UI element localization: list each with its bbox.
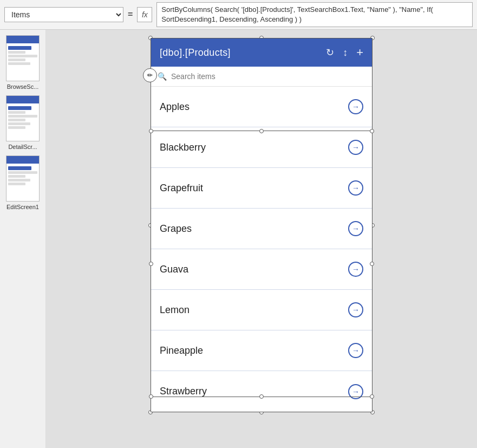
edit-thumb xyxy=(6,155,40,202)
item-name-lemon: Lemon xyxy=(160,304,190,316)
app-wrapper: ✏ [dbo].[Products] ↻ ↕ + 🔍 xyxy=(151,38,373,412)
refresh-icon[interactable]: ↻ xyxy=(326,47,334,59)
arrow-icon-strawberry: → xyxy=(352,387,360,396)
app-title: [dbo].[Products] xyxy=(160,47,231,59)
arrow-button-grapes[interactable]: → xyxy=(348,221,363,236)
formula-bar[interactable]: SortByColumns( Search( '[dbo].[Products]… xyxy=(156,2,473,27)
arrow-button-lemon[interactable]: → xyxy=(348,302,363,317)
list-item[interactable]: Strawberry → xyxy=(151,371,372,412)
item-name-grapes: Grapes xyxy=(160,223,192,235)
header-icons: ↻ ↕ + xyxy=(326,46,363,60)
arrow-button-guava[interactable]: → xyxy=(348,262,363,277)
arrow-button-blackberry[interactable]: → xyxy=(348,140,363,155)
detail-thumb xyxy=(6,95,40,141)
app-header: [dbo].[Products] ↻ ↕ + xyxy=(151,38,372,67)
item-name-blackberry: Blackberry xyxy=(160,142,206,153)
canvas: ✏ [dbo].[Products] ↻ ↕ + 🔍 xyxy=(46,30,477,448)
list-item[interactable]: Blackberry → xyxy=(151,127,372,168)
item-name-grapefruit: Grapefruit xyxy=(160,183,203,194)
arrow-icon-guava: → xyxy=(352,265,360,274)
arrow-icon-grapes: → xyxy=(352,224,360,233)
list-item[interactable]: Grapefruit → xyxy=(151,168,372,209)
items-dropdown[interactable]: Items xyxy=(4,7,123,22)
detail-label: DetailScr... xyxy=(8,144,37,150)
sidebar-item-detail[interactable]: DetailScr... xyxy=(3,95,42,150)
add-icon[interactable]: + xyxy=(356,46,363,60)
list-item[interactable]: Pineapple → xyxy=(151,330,372,371)
item-name-strawberry: Strawberry xyxy=(160,386,207,397)
arrow-button-strawberry[interactable]: → xyxy=(348,384,363,399)
edit-label: EditScreen1 xyxy=(6,204,39,210)
sidebar: BrowseSc... DetailScr... xyxy=(0,30,46,448)
arrow-button-apples[interactable]: → xyxy=(348,99,363,114)
sidebar-item-browse[interactable]: BrowseSc... xyxy=(3,35,42,90)
search-bar: 🔍 xyxy=(151,67,372,87)
list-item[interactable]: Lemon → xyxy=(151,290,372,330)
list-item[interactable]: Guava → xyxy=(151,249,372,290)
arrow-button-pineapple[interactable]: → xyxy=(348,343,363,358)
browse-thumb xyxy=(6,35,40,81)
main-area: BrowseSc... DetailScr... xyxy=(0,30,477,448)
list-item[interactable]: Apples → xyxy=(151,87,372,127)
search-input[interactable] xyxy=(171,72,365,81)
equals-sign: = xyxy=(128,10,133,20)
list-container: Apples → Blackberry → Grapefruit xyxy=(151,87,372,412)
arrow-icon-grapefruit: → xyxy=(352,184,360,192)
item-name-apples: Apples xyxy=(160,101,190,113)
search-icon: 🔍 xyxy=(158,72,167,81)
item-name-pineapple: Pineapple xyxy=(160,345,203,356)
item-name-guava: Guava xyxy=(160,264,188,275)
fx-button[interactable]: fx xyxy=(137,7,152,22)
arrow-icon-apples: → xyxy=(352,102,360,111)
arrow-button-grapefruit[interactable]: → xyxy=(348,180,363,196)
browse-label: BrowseSc... xyxy=(7,83,39,90)
list-item[interactable]: Grapes → xyxy=(151,209,372,249)
arrow-icon-pineapple: → xyxy=(352,346,360,355)
sidebar-item-edit[interactable]: EditScreen1 xyxy=(3,155,42,210)
arrow-icon-lemon: → xyxy=(352,306,360,314)
arrow-icon-blackberry: → xyxy=(352,143,360,152)
toolbar: Items = fx SortByColumns( Search( '[dbo]… xyxy=(0,0,477,30)
app-frame: [dbo].[Products] ↻ ↕ + 🔍 Apples xyxy=(151,38,373,412)
sort-icon[interactable]: ↕ xyxy=(343,47,348,59)
